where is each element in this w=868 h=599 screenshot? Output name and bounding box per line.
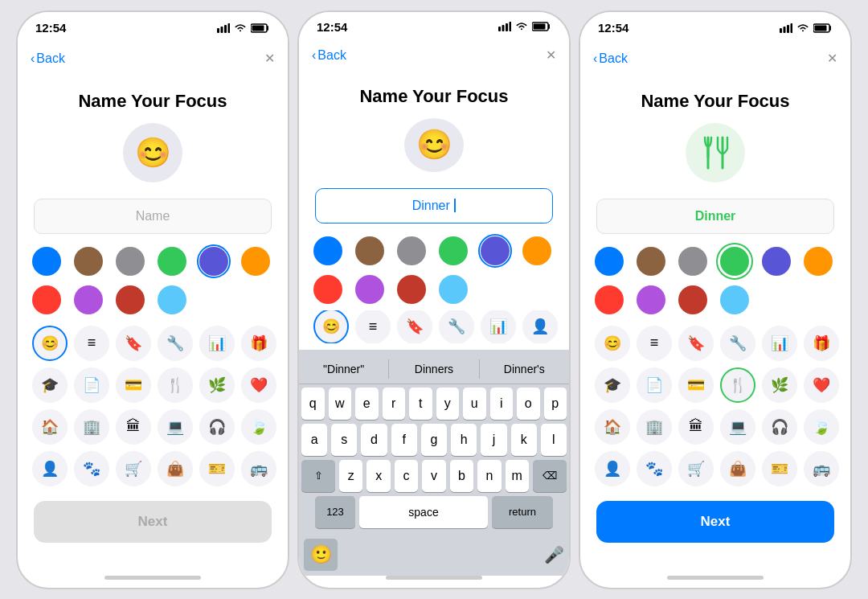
icon-card-1[interactable]: 💳	[116, 367, 151, 403]
icon-fork-1[interactable]: 🍴	[158, 367, 193, 403]
color-purple-1[interactable]	[199, 247, 228, 276]
icon-cart-1[interactable]: 🛒	[116, 451, 151, 486]
key-d[interactable]: d	[361, 424, 387, 456]
key-mic[interactable]: 🎤	[544, 545, 564, 564]
icon-building-1[interactable]: 🏢	[74, 409, 109, 445]
name-input-3[interactable]: Dinner	[596, 199, 834, 234]
icon-gift-3[interactable]: 🎁	[804, 326, 839, 361]
color-purple-3[interactable]	[762, 247, 791, 276]
key-n[interactable]: n	[477, 460, 501, 492]
icon-laptop-1[interactable]: 💻	[158, 409, 193, 445]
icon-ticket-3[interactable]: 🎫	[762, 451, 797, 486]
icon-chart-2p[interactable]: 📊	[481, 310, 516, 343]
icon-emoji-2p[interactable]: 😊	[313, 310, 349, 343]
close-button-3[interactable]: ✕	[827, 51, 837, 66]
key-g[interactable]: g	[421, 424, 447, 456]
icon-doc-1[interactable]: 📄	[74, 367, 109, 403]
key-i[interactable]: i	[490, 388, 514, 420]
color-blue-1[interactable]	[32, 247, 61, 276]
key-o[interactable]: o	[517, 388, 540, 420]
icon-bookmark-3[interactable]: 🔖	[678, 326, 714, 361]
next-button-1[interactable]: Next	[34, 501, 272, 543]
icon-grad-3[interactable]: 🎓	[595, 367, 630, 403]
color-brown-2[interactable]	[355, 236, 384, 265]
icon-chart-1[interactable]: 📊	[199, 326, 235, 361]
next-button-3[interactable]: Next	[596, 501, 834, 543]
autocomplete-dinner-quoted[interactable]: "Dinner"	[299, 359, 389, 379]
icon-bag-1[interactable]: 👜	[158, 451, 193, 486]
key-space[interactable]: space	[359, 496, 488, 528]
icon-building-3[interactable]: 🏢	[637, 409, 672, 445]
key-b[interactable]: b	[450, 460, 473, 492]
key-x[interactable]: x	[366, 460, 390, 492]
key-z[interactable]: z	[339, 460, 362, 492]
color-darkred-3[interactable]	[678, 285, 707, 314]
icon-home-1[interactable]: 🏠	[32, 409, 68, 445]
key-s[interactable]: s	[331, 424, 357, 456]
color-blue-2[interactable]	[313, 236, 342, 265]
icon-emoji-3[interactable]: 😊	[595, 326, 630, 361]
color-red-2[interactable]	[313, 275, 342, 304]
color-darkred-1[interactable]	[116, 285, 145, 314]
back-button-2[interactable]: ‹ Back	[312, 48, 346, 63]
icon-emoji-1[interactable]: 😊	[32, 326, 68, 361]
color-red-1[interactable]	[32, 285, 61, 314]
key-w[interactable]: w	[329, 388, 352, 420]
close-button-2[interactable]: ✕	[546, 47, 556, 63]
icon-tool-2p[interactable]: 🔧	[439, 310, 474, 343]
icon-list-1[interactable]: ≡	[74, 326, 109, 361]
icon-bus-3[interactable]: 🚌	[804, 451, 839, 486]
icon-bag-3[interactable]: 👜	[720, 451, 755, 486]
key-y[interactable]: y	[436, 388, 460, 420]
icon-ticket-1[interactable]: 🎫	[199, 451, 235, 486]
icon-person-3[interactable]: 👤	[595, 451, 630, 486]
icon-bookmark-1[interactable]: 🔖	[116, 326, 151, 361]
color-blue-3[interactable]	[595, 247, 624, 276]
key-h[interactable]: h	[451, 424, 477, 456]
key-p[interactable]: p	[544, 388, 567, 420]
key-123[interactable]: 123	[315, 496, 355, 528]
key-c[interactable]: c	[395, 460, 418, 492]
color-brown-1[interactable]	[74, 247, 103, 276]
color-gray-3[interactable]	[678, 247, 707, 276]
focus-icon-2[interactable]: 😊	[404, 118, 464, 172]
icon-headphones-3[interactable]: 🎧	[762, 409, 797, 445]
icon-tool-3[interactable]: 🔧	[720, 326, 755, 361]
color-teal-1[interactable]	[158, 285, 186, 314]
icon-person-1[interactable]: 👤	[32, 451, 68, 486]
key-delete[interactable]: ⌫	[533, 460, 567, 492]
icon-list-2p[interactable]: ≡	[355, 310, 391, 343]
icon-headphones-1[interactable]: 🎧	[199, 409, 235, 445]
color-green-2[interactable]	[439, 236, 468, 265]
icon-nature-1[interactable]: 🍃	[241, 409, 276, 445]
name-input-1[interactable]: Name	[34, 199, 272, 234]
icon-card-3[interactable]: 💳	[678, 367, 714, 403]
icon-grad-1[interactable]: 🎓	[32, 367, 68, 403]
color-teal-2[interactable]	[439, 275, 468, 304]
key-v[interactable]: v	[422, 460, 445, 492]
key-q[interactable]: q	[301, 388, 325, 420]
name-input-2[interactable]: Dinner	[315, 188, 553, 224]
color-violet-1[interactable]	[74, 285, 103, 314]
icon-cart-3[interactable]: 🛒	[678, 451, 714, 486]
key-f[interactable]: f	[391, 424, 417, 456]
icon-home-3[interactable]: 🏠	[595, 409, 630, 445]
focus-icon-3[interactable]	[686, 123, 745, 183]
color-gray-2[interactable]	[397, 236, 426, 265]
color-purple-2[interactable]	[481, 236, 510, 265]
key-m[interactable]: m	[506, 460, 529, 492]
color-orange-3[interactable]	[804, 247, 833, 276]
icon-leaf-1[interactable]: 🌿	[199, 367, 235, 403]
key-t[interactable]: t	[409, 388, 432, 420]
key-a[interactable]: a	[301, 424, 327, 456]
autocomplete-dinners[interactable]: Dinners	[389, 359, 479, 379]
icon-bank-1[interactable]: 🏛	[116, 409, 151, 445]
key-u[interactable]: u	[463, 388, 486, 420]
icon-bank-3[interactable]: 🏛	[678, 409, 714, 445]
icon-fork-3[interactable]: 🍴	[720, 367, 755, 403]
color-violet-2[interactable]	[355, 275, 384, 304]
color-darkred-2[interactable]	[397, 275, 426, 304]
icon-list-3[interactable]: ≡	[637, 326, 672, 361]
key-e[interactable]: e	[355, 388, 379, 420]
icon-tool-1[interactable]: 🔧	[158, 326, 193, 361]
